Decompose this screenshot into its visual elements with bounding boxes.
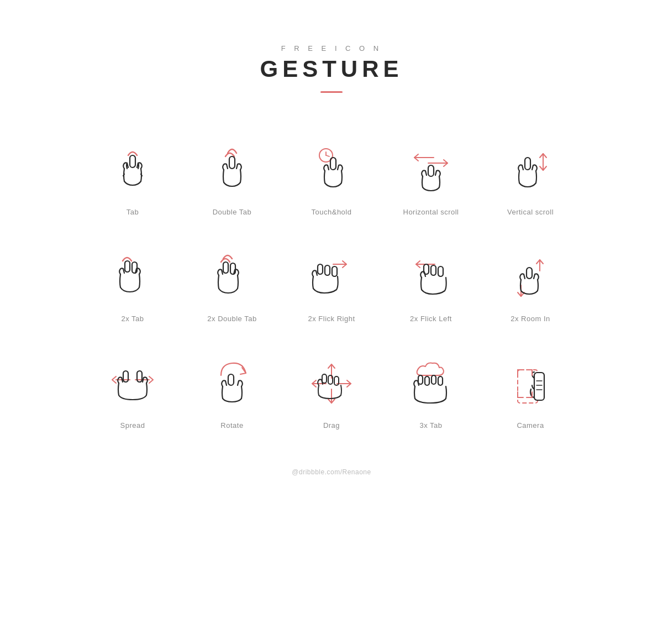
footer-credit: @dribbble.com/Renaone (292, 468, 371, 476)
svg-rect-15 (223, 262, 228, 273)
icon-item-tab: Tab (83, 126, 182, 233)
2x-flick-right-label: 2x Flick Right (308, 315, 355, 323)
icons-grid: Tab Double Tab (83, 126, 580, 446)
double-tab-label: Double Tab (213, 208, 252, 216)
horizontal-scroll-label: Horizontal scroll (403, 208, 459, 216)
svg-rect-18 (318, 264, 323, 274)
2x-flick-left-label: 2x Flick Left (410, 315, 452, 323)
2x-tab-icon (105, 249, 160, 305)
2x-double-tab-icon (204, 249, 260, 305)
page-container: F R E E I C O N GESTURE (0, 0, 663, 644)
svg-rect-40 (418, 375, 423, 384)
svg-rect-12 (525, 158, 530, 170)
icon-item-2x-room-in: 2x Room In (481, 233, 580, 339)
drag-label: Drag (323, 421, 340, 430)
double-tab-icon (204, 143, 260, 198)
header-divider (320, 91, 343, 93)
3x-tab-icon (403, 356, 459, 411)
2x-tab-label: 2x Tab (121, 315, 144, 323)
icon-item-2x-flick-right: 2x Flick Right (282, 233, 381, 339)
icon-item-camera: Camera (481, 339, 580, 446)
svg-rect-32 (228, 374, 234, 385)
camera-icon (503, 356, 558, 411)
tab-label: Tab (127, 208, 139, 216)
icon-item-2x-double-tab: 2x Double Tab (182, 233, 282, 339)
spread-label: Spread (120, 421, 145, 430)
icon-item-3x-tab: 3x Tab (381, 339, 481, 446)
svg-rect-24 (438, 266, 443, 276)
svg-rect-37 (322, 374, 327, 383)
rotate-label: Rotate (220, 421, 243, 430)
icon-item-rotate: Rotate (182, 339, 282, 446)
svg-line-6 (326, 155, 329, 156)
svg-rect-3 (229, 156, 235, 169)
touch-hold-icon (304, 143, 359, 198)
2x-room-in-label: 2x Room In (511, 315, 550, 323)
svg-rect-38 (328, 375, 333, 384)
tab-icon (105, 143, 160, 198)
main-title: GESTURE (260, 56, 403, 82)
icon-item-drag: Drag (282, 339, 381, 446)
icon-item-touch-hold: Touch&hold (282, 126, 381, 233)
svg-rect-13 (125, 261, 130, 272)
svg-rect-20 (332, 266, 337, 276)
svg-rect-27 (527, 268, 532, 279)
vertical-scroll-label: Vertical scroll (507, 208, 554, 216)
svg-rect-43 (438, 376, 443, 385)
camera-label: Camera (517, 421, 544, 430)
svg-rect-10 (428, 165, 434, 176)
svg-rect-41 (425, 376, 429, 385)
horizontal-scroll-icon (403, 143, 459, 198)
subtitle: F R E E I C O N (260, 44, 403, 53)
icon-item-spread: Spread (83, 339, 182, 446)
svg-rect-42 (432, 375, 436, 384)
svg-rect-19 (325, 265, 330, 275)
2x-flick-left-icon (403, 249, 459, 305)
icon-item-vertical-scroll: Vertical scroll (481, 126, 580, 233)
2x-room-in-icon (503, 249, 558, 305)
3x-tab-label: 3x Tab (419, 421, 442, 430)
svg-rect-39 (334, 376, 339, 385)
rotate-icon (204, 356, 260, 411)
header: F R E E I C O N GESTURE (260, 44, 403, 93)
icon-item-horizontal-scroll: Horizontal scroll (381, 126, 481, 233)
vertical-scroll-icon (503, 143, 558, 198)
svg-rect-45 (534, 373, 544, 400)
svg-rect-23 (431, 265, 436, 275)
spread-icon (105, 356, 160, 411)
icon-item-double-tab: Double Tab (182, 126, 282, 233)
2x-double-tab-label: 2x Double Tab (207, 315, 256, 323)
2x-flick-right-icon (304, 249, 359, 305)
icon-item-2x-tab: 2x Tab (83, 233, 182, 339)
touch-hold-label: Touch&hold (312, 208, 352, 216)
svg-rect-0 (130, 155, 135, 167)
drag-icon (304, 356, 359, 411)
icon-item-2x-flick-left: 2x Flick Left (381, 233, 481, 339)
